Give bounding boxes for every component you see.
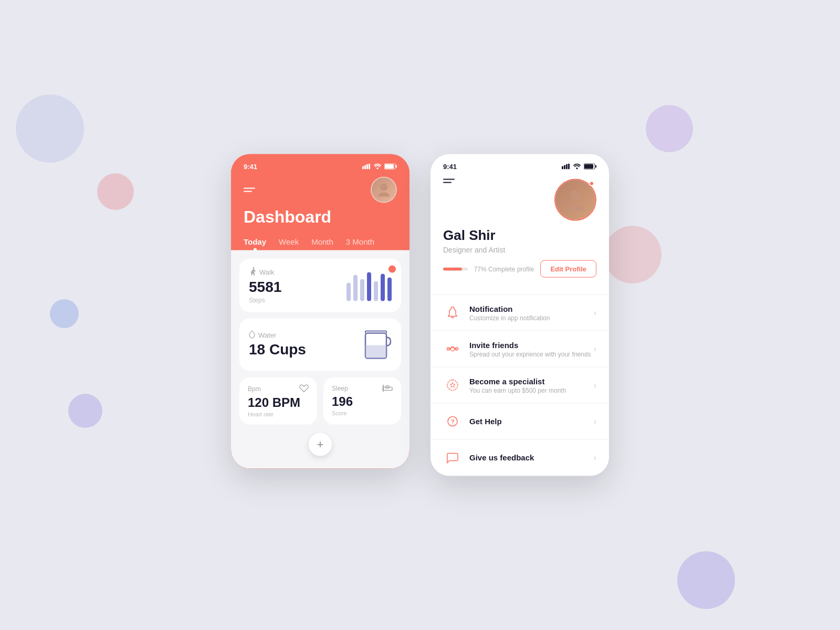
profile-job-title: Designer and Artist	[443, 246, 596, 254]
profile-time: 9:41	[443, 163, 457, 171]
deco-circle-7	[604, 226, 662, 284]
sleep-card: Sleep 196 Score	[323, 377, 401, 425]
menu-item-invite-friends[interactable]: Invite friends Spread out your exprience…	[430, 331, 609, 368]
become-specialist-title: Become a specialist	[469, 376, 594, 385]
dashboard-tabs[interactable]: Today Week Month 3 Month	[244, 237, 397, 250]
dashboard-avatar[interactable]	[371, 177, 397, 203]
walk-value: 5581	[249, 279, 281, 296]
menu-item-give-feedback[interactable]: Give us feedback ›	[430, 440, 609, 476]
become-specialist-subtitle: You can earn upto $500 per month	[469, 386, 594, 394]
invite-friends-chevron: ›	[594, 344, 596, 354]
tab-month[interactable]: Month	[311, 237, 333, 250]
dashboard-status-bar: 9:41	[244, 163, 397, 171]
dashboard-time: 9:41	[244, 163, 257, 171]
water-value: 18 Cups	[249, 341, 306, 358]
svg-rect-11	[365, 345, 386, 359]
heart-icon	[299, 385, 309, 393]
profile-completion-label: 77% Complete profile	[474, 265, 534, 272]
profile-name: Gal Shir	[443, 227, 596, 244]
invite-friends-subtitle: Spread out your exprience with your frie…	[469, 350, 594, 358]
profile-hamburger[interactable]	[443, 179, 455, 183]
profile-status-icons	[562, 164, 596, 170]
dashboard-phone: 9:41 Dashboard	[231, 154, 410, 469]
water-card: Water 18 Cups	[239, 319, 401, 371]
svg-rect-7	[396, 165, 397, 168]
edit-profile-button[interactable]: Edit Profile	[540, 260, 596, 278]
water-label: Water	[258, 331, 276, 339]
walk-chart	[346, 270, 392, 301]
notification-subtitle: Customize in app notification	[469, 314, 594, 321]
menu-item-become-specialist[interactable]: Become a specialist You can earn upto $5…	[430, 368, 609, 404]
avatar-notification-dot	[589, 181, 594, 186]
bed-icon	[382, 385, 393, 392]
svg-rect-2	[366, 164, 368, 170]
walk-subtext: Steps	[249, 297, 281, 304]
get-help-title: Get Help	[469, 416, 594, 425]
dashboard-title: Dashboard	[244, 207, 397, 227]
give-feedback-title: Give us feedback	[469, 453, 594, 461]
svg-rect-20	[566, 164, 568, 170]
menu-item-notification[interactable]: Notification Customize in app notificati…	[430, 295, 609, 331]
svg-rect-1	[364, 165, 366, 170]
svg-point-27	[450, 347, 455, 351]
notification-chevron: ›	[594, 308, 596, 318]
profile-avatar[interactable]	[554, 179, 596, 221]
svg-rect-6	[385, 164, 394, 169]
bpm-label: Bpm	[248, 385, 261, 393]
deco-circle-3	[50, 299, 79, 328]
svg-point-22	[576, 167, 578, 169]
become-specialist-chevron: ›	[594, 381, 596, 390]
get-help-chevron: ›	[594, 417, 596, 426]
give-feedback-chevron: ›	[594, 453, 596, 463]
svg-rect-21	[568, 164, 570, 170]
svg-rect-15	[383, 387, 392, 391]
profile-menu-list: Notification Customize in app notificati…	[430, 295, 609, 476]
tab-today[interactable]: Today	[244, 237, 266, 250]
sleep-value: 196	[332, 394, 393, 409]
become-specialist-icon	[443, 376, 462, 395]
svg-point-8	[380, 184, 387, 191]
svg-rect-24	[584, 164, 593, 169]
deco-circle-4	[68, 394, 102, 428]
profile-status-bar: 9:41	[443, 163, 596, 171]
bpm-value: 120 BPM	[248, 395, 309, 410]
profile-phone: 9:41	[430, 154, 609, 476]
svg-rect-25	[595, 165, 596, 168]
deco-circle-9	[677, 551, 735, 609]
tab-week[interactable]: Week	[279, 237, 299, 250]
tab-3month[interactable]: 3 Month	[346, 237, 374, 250]
svg-point-26	[570, 191, 581, 201]
deco-circle-1	[16, 94, 84, 163]
svg-text:?: ?	[451, 418, 455, 425]
sleep-subtext: Score	[332, 410, 393, 416]
notification-icon	[443, 303, 462, 322]
bpm-card: Bpm 120 BPM Heart rate	[239, 377, 317, 425]
walk-label: Walk	[259, 268, 274, 276]
notification-title: Notification	[469, 304, 594, 313]
svg-rect-3	[369, 164, 370, 170]
deco-circle-2	[97, 173, 134, 210]
menu-item-get-help[interactable]: ? Get Help ›	[430, 404, 609, 440]
deco-circle-6	[646, 105, 693, 152]
add-button[interactable]: +	[309, 433, 332, 456]
invite-friends-icon	[443, 340, 462, 359]
dashboard-hamburger[interactable]	[244, 188, 255, 192]
invite-friends-title: Invite friends	[469, 340, 594, 349]
cup-icon	[362, 327, 392, 363]
profile-progress-bar	[443, 267, 468, 270]
svg-rect-18	[562, 166, 563, 170]
svg-rect-0	[362, 166, 364, 170]
svg-point-4	[376, 167, 378, 169]
bpm-subtext: Heart rate	[248, 411, 309, 417]
give-feedback-icon	[443, 448, 462, 467]
walk-card: Walk 5581 Steps	[239, 259, 401, 312]
sleep-label: Sleep	[332, 385, 348, 392]
get-help-icon: ?	[443, 412, 462, 431]
svg-rect-16	[383, 385, 384, 392]
dashboard-status-icons	[362, 164, 397, 170]
svg-rect-19	[564, 165, 565, 170]
svg-point-9	[253, 267, 255, 269]
